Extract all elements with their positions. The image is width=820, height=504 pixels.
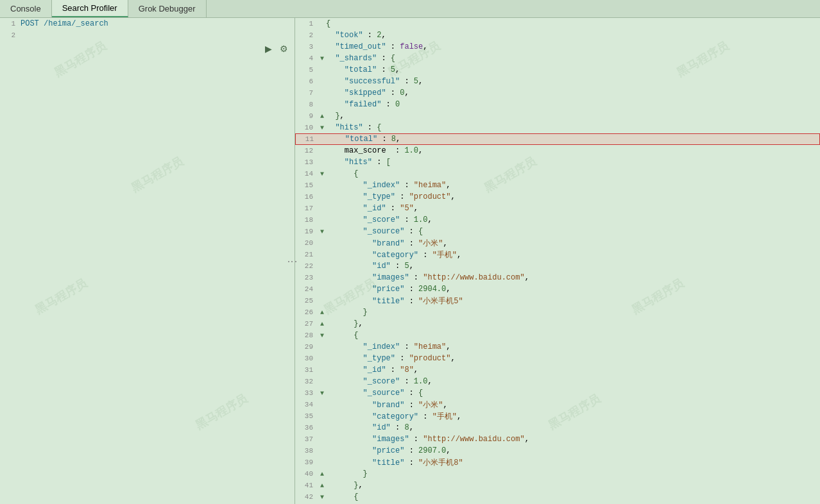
line-number-13: 13 (295, 158, 318, 166)
top-navigation: Console Search Profiler Grok Debugger (0, 0, 820, 18)
line-number-32: 32 (295, 378, 318, 385)
json-content-13: "hits" : [ (326, 158, 391, 167)
json-line-18: 18 "_score" : 1.0, (295, 214, 820, 226)
fold-indicator-9[interactable]: ▲ (318, 113, 326, 120)
json-content-22: "id" : 5, (326, 262, 414, 271)
json-line-9: 9▲ }, (295, 110, 820, 122)
line-number-12: 12 (295, 147, 318, 155)
line-number-7: 7 (295, 89, 318, 97)
json-line-39: 39 "title" : "小米手机8" (295, 457, 820, 468)
json-line-30: 30 "_type" : "product", (295, 353, 820, 364)
json-content-38: "price" : 2907.0, (326, 446, 450, 455)
fold-indicator-42[interactable]: ▼ (318, 494, 326, 501)
settings-button[interactable]: ⚙ (278, 42, 289, 55)
json-content-20: "brand" : "小米", (326, 238, 448, 249)
json-line-14: 14▼ { (295, 168, 820, 180)
json-line-23: 23 "images" : "http://www.baidu.com", (295, 272, 820, 283)
line-number-17: 17 (295, 205, 318, 212)
line-number-23: 23 (295, 274, 318, 281)
json-line-31: 31 "_id" : "8", (295, 364, 820, 376)
line-number-24: 24 (295, 285, 318, 293)
fold-indicator-4[interactable]: ▼ (318, 55, 326, 62)
line-number-28: 28 (295, 332, 318, 339)
json-content-6: "successful" : 5, (326, 77, 423, 86)
fold-indicator-26[interactable]: ▲ (318, 309, 326, 316)
json-content-3: "timed_out" : false, (326, 42, 427, 51)
line-number-14: 14 (295, 170, 318, 178)
json-line-25: 25 "title" : "小米手机5" (295, 295, 820, 307)
json-line-22: 22 "id" : 5, (295, 260, 820, 272)
json-line-5: 5 "total" : 5, (295, 64, 820, 76)
tab-search-profiler[interactable]: Search Profiler (52, 0, 128, 17)
json-line-10: 10▼ "hits" : { (295, 122, 820, 133)
json-line-42: 42▼ { (295, 491, 820, 503)
json-content-18: "_score" : 1.0, (326, 215, 432, 224)
json-content-15: "_index" : "heima", (326, 181, 450, 190)
panel-resize-handle[interactable]: ⋮ (286, 256, 298, 265)
tab-grok-debugger[interactable]: Grok Debugger (128, 0, 207, 17)
line-number-38: 38 (295, 447, 318, 455)
fold-indicator-19[interactable]: ▼ (318, 228, 326, 235)
fold-indicator-14[interactable]: ▼ (318, 171, 326, 178)
json-content-11: "total" : 8, (327, 135, 400, 144)
fold-indicator-10[interactable]: ▼ (318, 124, 326, 131)
fold-indicator-28[interactable]: ▼ (318, 332, 326, 339)
json-line-11: 11 "total" : 8, (295, 133, 820, 145)
json-content-1: { (326, 19, 330, 28)
json-line-15: 15 "_index" : "heima", (295, 180, 820, 191)
editor-line-1: 1 POST /heima/_search (0, 18, 295, 29)
json-editor: 1{2 "took" : 2,3 "timed_out" : false,4▼ … (295, 18, 820, 504)
json-line-20: 20 "brand" : "小米", (295, 237, 820, 249)
fold-indicator-33[interactable]: ▼ (318, 390, 326, 397)
json-line-28: 28▼ { (295, 330, 820, 341)
line-number-6: 6 (295, 78, 318, 85)
line-number-35: 35 (295, 412, 318, 420)
fold-indicator-41[interactable]: ▲ (318, 482, 326, 489)
json-line-1: 1{ (295, 18, 820, 29)
right-panel[interactable]: 1{2 "took" : 2,3 "timed_out" : false,4▼ … (295, 18, 820, 504)
run-button[interactable]: ▶ (264, 42, 273, 55)
json-content-5: "total" : 5, (326, 65, 400, 74)
json-line-7: 7 "skipped" : 0, (295, 87, 820, 99)
json-content-14: { (326, 169, 358, 178)
line-number-11: 11 (296, 135, 319, 143)
line-number-33: 33 (295, 389, 318, 397)
line-number-5: 5 (295, 66, 318, 74)
json-content-8: "failed" : 0 (326, 100, 400, 109)
json-line-26: 26▲ } (295, 307, 820, 318)
line-number-15: 15 (295, 181, 318, 189)
left-panel: 1 POST /heima/_search 2 ▶ ⚙ ⋮ (0, 18, 295, 504)
json-content-27: }, (326, 319, 363, 328)
json-line-29: 29 "_index" : "heima", (295, 341, 820, 353)
json-content-26: } (326, 308, 368, 317)
json-line-13: 13 "hits" : [ (295, 156, 820, 168)
fold-indicator-27[interactable]: ▲ (318, 321, 326, 328)
tab-console[interactable]: Console (0, 0, 52, 17)
json-content-33: "_source" : { (326, 389, 423, 398)
json-content-19: "_source" : { (326, 227, 423, 236)
line-number-3: 3 (295, 43, 318, 51)
json-content-41: }, (326, 481, 363, 490)
request-editor[interactable]: 1 POST /heima/_search 2 (0, 18, 295, 504)
json-content-28: { (326, 331, 358, 340)
line-number-19: 19 (295, 228, 318, 235)
line-number-36: 36 (295, 424, 318, 432)
json-content-9: }, (326, 112, 345, 121)
json-content-2: "took" : 2, (326, 31, 386, 40)
json-line-19: 19▼ "_source" : { (295, 226, 820, 237)
json-content-39: "title" : "小米手机8" (326, 457, 463, 468)
json-line-34: 34 "brand" : "小米", (295, 399, 820, 410)
json-content-32: "_score" : 1.0, (326, 377, 432, 386)
json-content-17: "_id" : "5", (326, 204, 418, 213)
json-line-41: 41▲ }, (295, 480, 820, 491)
line-number-1: 1 (3, 20, 21, 28)
json-content-10: "hits" : { (326, 123, 381, 132)
json-line-2: 2 "took" : 2, (295, 29, 820, 41)
json-content-35: "category" : "手机", (326, 411, 461, 422)
line-number-31: 31 (295, 366, 318, 374)
json-content-24: "price" : 2904.0, (326, 285, 450, 294)
line-number-20: 20 (295, 239, 318, 247)
fold-indicator-40[interactable]: ▲ (318, 471, 326, 478)
json-line-24: 24 "price" : 2904.0, (295, 283, 820, 295)
json-line-8: 8 "failed" : 0 (295, 99, 820, 110)
